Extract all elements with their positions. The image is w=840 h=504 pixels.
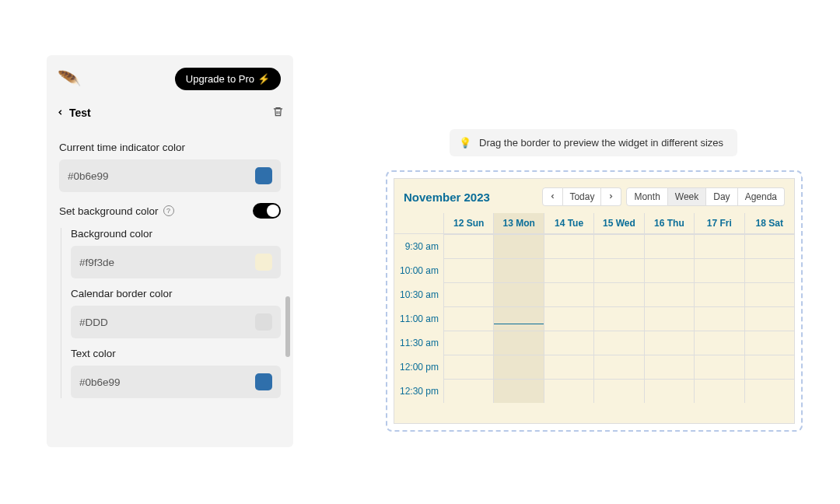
current-time-color-input[interactable] (68, 170, 255, 182)
calendar-cell[interactable] (544, 234, 594, 258)
time-label: 10:30 am (394, 282, 444, 306)
calendar-cell[interactable] (745, 282, 794, 306)
day-header: 18 Sat (745, 213, 794, 233)
bg-color-swatch[interactable] (255, 254, 272, 271)
time-label: 12:30 pm (394, 379, 444, 403)
trash-icon[interactable] (272, 106, 284, 120)
bg-color-input[interactable] (79, 257, 255, 268)
calendar-cell[interactable] (494, 258, 544, 282)
calendar-cell[interactable] (745, 379, 794, 403)
calendar-cell[interactable] (695, 331, 744, 355)
calendar-cell[interactable] (695, 282, 744, 306)
calendar-grid: 12 Sun13 Mon14 Tue15 Wed16 Thu17 Fri18 S… (394, 213, 794, 423)
calendar-cell[interactable] (695, 379, 744, 403)
calendar-cell[interactable] (594, 355, 644, 379)
text-color-input-row[interactable] (71, 366, 281, 398)
calendar-cell[interactable] (695, 234, 744, 258)
time-column-header (394, 213, 444, 233)
calendar-cell[interactable] (444, 258, 494, 282)
calendar-widget: November 2023 Today MonthWeekDayAgenda 1… (394, 178, 795, 424)
calendar-cell[interactable] (494, 306, 544, 331)
calendar-controls: Today MonthWeekDayAgenda (542, 187, 785, 206)
calendar-cell[interactable] (645, 306, 695, 331)
border-color-label: Calendar border color (71, 288, 281, 299)
set-bg-toggle[interactable] (253, 203, 281, 219)
calendar-cell[interactable] (544, 258, 594, 282)
calendar-cell[interactable] (444, 306, 494, 331)
view-agenda-button[interactable]: Agenda (738, 187, 785, 206)
calendar-cell[interactable] (444, 331, 494, 355)
slot-row: 10:30 am (394, 282, 794, 306)
breadcrumb: Test (47, 98, 293, 129)
calendar-cell[interactable] (544, 355, 594, 379)
calendar-cell[interactable] (695, 355, 744, 379)
calendar-title: November 2023 (404, 191, 490, 204)
set-bg-label-text: Set background color (59, 205, 159, 217)
calendar-cell[interactable] (444, 282, 494, 306)
text-color-swatch[interactable] (255, 373, 272, 390)
calendar-cell[interactable] (645, 282, 695, 306)
day-header: 15 Wed (594, 213, 644, 233)
upgrade-button[interactable]: Upgrade to Pro ⚡ (175, 68, 281, 90)
slot-row: 12:30 pm (394, 379, 794, 403)
time-label: 10:00 am (394, 258, 444, 282)
calendar-cell[interactable] (594, 306, 644, 331)
calendar-cell[interactable] (645, 379, 695, 403)
resize-hint: 💡 Drag the border to preview the widget … (450, 129, 737, 156)
calendar-cell[interactable] (594, 234, 644, 258)
calendar-cell[interactable] (645, 331, 695, 355)
calendar-cell[interactable] (695, 258, 744, 282)
prev-button[interactable] (542, 187, 563, 206)
current-time-color-swatch[interactable] (255, 167, 272, 184)
calendar-cell[interactable] (594, 282, 644, 306)
calendar-cell[interactable] (544, 306, 594, 331)
view-week-button[interactable]: Week (668, 187, 706, 206)
calendar-cell[interactable] (544, 331, 594, 355)
back-chevron-icon[interactable] (56, 106, 65, 120)
page-title: Test (69, 107, 91, 119)
view-month-button[interactable]: Month (626, 187, 667, 206)
calendar-cell[interactable] (544, 282, 594, 306)
calendar-cell[interactable] (444, 379, 494, 403)
border-color-input-row[interactable] (71, 306, 281, 338)
calendar-cell[interactable] (494, 379, 544, 403)
calendar-cell[interactable] (594, 258, 644, 282)
border-color-swatch[interactable] (255, 313, 272, 331)
calendar-cell[interactable] (745, 331, 794, 355)
calendar-cell[interactable] (745, 258, 794, 282)
help-icon[interactable]: ? (163, 205, 174, 216)
slot-row: 9:30 am (394, 234, 794, 258)
calendar-cell[interactable] (444, 355, 494, 379)
current-time-color-input-row[interactable] (59, 159, 281, 192)
time-label: 9:30 am (394, 234, 444, 258)
calendar-cell[interactable] (645, 234, 695, 258)
calendar-cell[interactable] (494, 355, 544, 379)
calendar-cell[interactable] (494, 234, 544, 258)
view-day-button[interactable]: Day (706, 187, 737, 206)
bg-color-input-row[interactable] (71, 246, 281, 278)
calendar-cell[interactable] (745, 234, 794, 258)
calendar-cell[interactable] (494, 282, 544, 306)
border-color-input[interactable] (79, 317, 255, 328)
bolt-icon: ⚡ (257, 73, 270, 85)
preview-resize-frame[interactable]: November 2023 Today MonthWeekDayAgenda 1… (386, 170, 803, 432)
upgrade-label: Upgrade to Pro (186, 73, 254, 85)
calendar-cell[interactable] (594, 331, 644, 355)
current-time-color-label: Current time indicator color (59, 142, 281, 153)
calendar-cell[interactable] (645, 355, 695, 379)
calendar-cell[interactable] (544, 379, 594, 403)
calendar-cell[interactable] (745, 355, 794, 379)
bulb-icon: 💡 (459, 137, 471, 149)
today-button[interactable]: Today (563, 187, 601, 206)
set-bg-label: Set background color ? (59, 205, 174, 217)
calendar-cell[interactable] (745, 306, 794, 331)
text-color-label: Text color (71, 348, 281, 359)
calendar-cell[interactable] (494, 331, 544, 355)
scrollbar-thumb[interactable] (285, 296, 290, 357)
calendar-cell[interactable] (645, 258, 695, 282)
next-button[interactable] (601, 187, 621, 206)
calendar-cell[interactable] (444, 234, 494, 258)
calendar-cell[interactable] (594, 379, 644, 403)
text-color-input[interactable] (79, 376, 255, 388)
calendar-cell[interactable] (695, 306, 744, 331)
